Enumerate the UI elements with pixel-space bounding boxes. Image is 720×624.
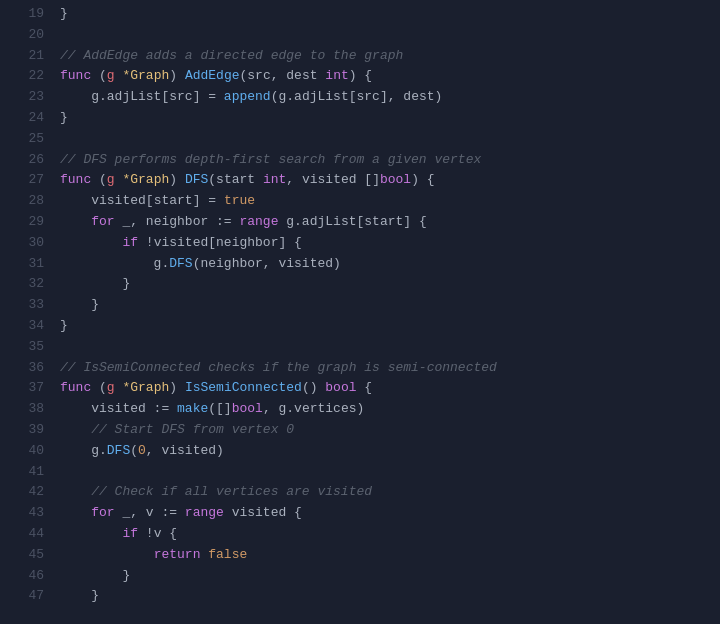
token: g [107, 380, 115, 395]
code-content: func (g *Graph) AddEdge(src, dest int) { [60, 66, 712, 87]
code-content: if !visited[neighbor] { [60, 233, 712, 254]
line-number: 45 [8, 545, 44, 566]
code-line: 20 [0, 25, 720, 46]
code-content: return false [60, 545, 712, 566]
token: neighbor [216, 235, 278, 250]
token: bool [232, 401, 263, 416]
token: DFS [169, 256, 192, 271]
line-number: 23 [8, 87, 44, 108]
token: func [60, 172, 91, 187]
token: [ [208, 235, 216, 250]
token: AddEdge [185, 68, 240, 83]
code-content: if !v { [60, 524, 712, 545]
token: src [169, 89, 192, 104]
line-number: 34 [8, 316, 44, 337]
token: func [60, 68, 91, 83]
code-line: 26// DFS performs depth-first search fro… [0, 150, 720, 171]
token: // Check if all vertices are visited [91, 484, 372, 499]
token: ([] [208, 401, 231, 416]
code-content: } [60, 316, 712, 337]
line-number: 19 [8, 4, 44, 25]
code-line: 37func (g *Graph) IsSemiConnected() bool… [0, 378, 720, 399]
token: g.adjList [278, 89, 348, 104]
token: } [60, 110, 68, 125]
code-line: 32 } [0, 274, 720, 295]
code-content: for _, v := range visited { [60, 503, 712, 524]
token: for [91, 505, 114, 520]
code-line: 29 for _, neighbor := range g.adjList[st… [0, 212, 720, 233]
line-number: 20 [8, 25, 44, 46]
token: = [200, 89, 223, 104]
token: } [60, 318, 68, 333]
line-number: 36 [8, 358, 44, 379]
token: *Graph [122, 380, 169, 395]
token: g [107, 172, 115, 187]
token: ] = [193, 193, 224, 208]
code-line: 24} [0, 108, 720, 129]
line-number: 33 [8, 295, 44, 316]
code-content: visited[start] = true [60, 191, 712, 212]
code-content: for _, neighbor := range g.adjList[start… [60, 212, 712, 233]
code-line: 39 // Start DFS from vertex 0 [0, 420, 720, 441]
token: [ [349, 89, 357, 104]
token: // DFS performs depth-first search from … [60, 152, 481, 167]
token: IsSemiConnected [185, 380, 302, 395]
token: } [60, 568, 130, 583]
token: ( [208, 172, 216, 187]
token: , visited) [146, 443, 224, 458]
line-number: 37 [8, 378, 44, 399]
line-number: 39 [8, 420, 44, 441]
token: true [224, 193, 255, 208]
line-number: 29 [8, 212, 44, 233]
code-content: } [60, 274, 712, 295]
token: { [357, 380, 373, 395]
code-content: g.adjList[src] = append(g.adjList[src], … [60, 87, 712, 108]
token: start [216, 172, 255, 187]
token: _, v := [115, 505, 185, 520]
code-line: 36// IsSemiConnected checks if the graph… [0, 358, 720, 379]
code-line: 31 g.DFS(neighbor, visited) [0, 254, 720, 275]
code-content: func (g *Graph) IsSemiConnected() bool { [60, 378, 712, 399]
line-number: 47 [8, 586, 44, 607]
line-number: 43 [8, 503, 44, 524]
token: , visited [286, 172, 364, 187]
token: g. [60, 443, 107, 458]
token: // AddEdge adds a [60, 48, 200, 63]
token: visited { [224, 505, 302, 520]
code-content: // Check if all vertices are visited [60, 482, 712, 503]
line-number: 46 [8, 566, 44, 587]
token: g.adjList [60, 89, 161, 104]
code-line: 33 } [0, 295, 720, 316]
token: g.adjList [278, 214, 356, 229]
token: visited := [60, 401, 177, 416]
token: ) [169, 380, 185, 395]
code-content: visited := make([]bool, g.vertices) [60, 399, 712, 420]
token: } [60, 6, 68, 21]
token: for [91, 214, 114, 229]
token: false [208, 547, 247, 562]
token [60, 526, 122, 541]
code-content: // AddEdge adds a directed edge to the g… [60, 46, 712, 67]
token: ] { [403, 214, 426, 229]
line-number: 44 [8, 524, 44, 545]
token: append [224, 89, 271, 104]
token: (neighbor, visited) [193, 256, 341, 271]
token: ) [169, 68, 185, 83]
code-line: 22func (g *Graph) AddEdge(src, dest int)… [0, 66, 720, 87]
token: g [107, 68, 115, 83]
token [60, 214, 91, 229]
token: src [357, 89, 380, 104]
code-line: 34} [0, 316, 720, 337]
token: // IsSemiConnected checks if the graph i… [60, 360, 497, 375]
line-number: 41 [8, 462, 44, 483]
token: DFS [185, 172, 208, 187]
token: ] [380, 89, 388, 104]
code-line: 21// AddEdge adds a directed edge to the… [0, 46, 720, 67]
token: int [263, 172, 286, 187]
token: ( [91, 68, 107, 83]
token: // Start DFS from vertex 0 [91, 422, 294, 437]
token [60, 235, 122, 250]
token [60, 547, 154, 562]
token: start [154, 193, 193, 208]
token: start [364, 214, 403, 229]
